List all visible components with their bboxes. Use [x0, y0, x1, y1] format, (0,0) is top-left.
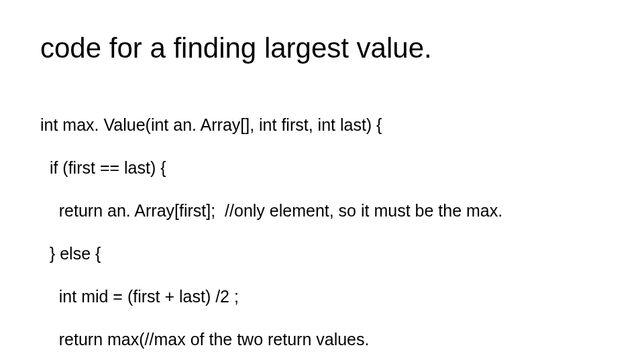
code-line: return an. Array[first]; //only element,…: [40, 200, 604, 221]
code-block: int max. Value(int an. Array[], int firs…: [40, 93, 604, 362]
code-line: int max. Value(int an. Array[], int firs…: [40, 114, 604, 135]
code-line: return max(//max of the two return value…: [40, 328, 604, 350]
code-line: } else {: [40, 243, 604, 264]
slide-title: code for a finding largest value.: [40, 32, 604, 64]
code-line: if (first == last) {: [40, 157, 604, 178]
code-line: int mid = (first + last) /2 ;: [40, 286, 604, 307]
slide: code for a finding largest value. int ma…: [0, 0, 644, 362]
